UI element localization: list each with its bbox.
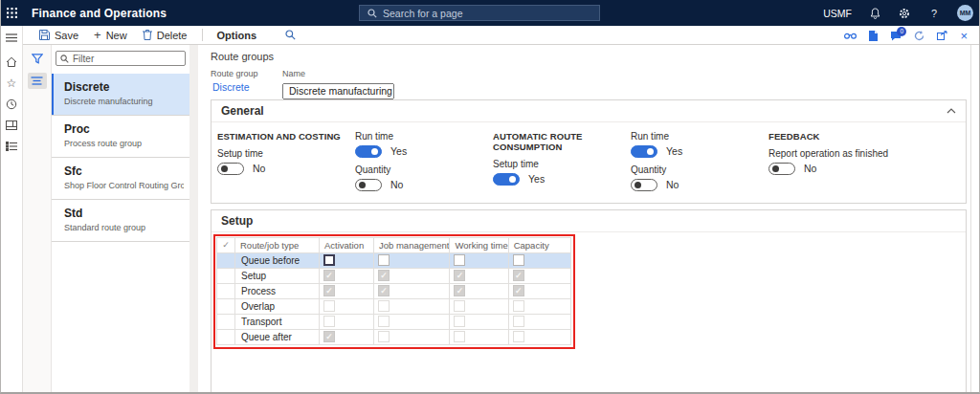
quantity-toggle[interactable]: [355, 179, 382, 191]
row-label[interactable]: Setup: [235, 268, 320, 283]
group-heading: ESTIMATION AND COSTING: [217, 131, 355, 142]
favorites-star-icon[interactable]: ☆: [5, 76, 19, 90]
cell-process-job-management: ✓: [374, 283, 450, 298]
row-selector[interactable]: [217, 314, 235, 329]
route-group-item-proc[interactable]: ProcProcess route group: [52, 116, 189, 158]
quantity-toggle[interactable]: [631, 179, 657, 191]
row-label[interactable]: Queue before: [235, 252, 320, 268]
app-window: Finance and Operations Search for a page…: [0, 0, 980, 394]
route-group-item-discrete[interactable]: DiscreteDiscrete manufacturing: [52, 74, 189, 116]
plus-icon: +: [94, 28, 101, 42]
setup-time-toggle[interactable]: [217, 163, 244, 175]
topbar-right: USMF ? MM: [823, 0, 973, 26]
setup-section-title: Setup: [221, 214, 253, 228]
bell-icon[interactable]: [868, 7, 881, 20]
filter-funnel-icon[interactable]: [28, 51, 47, 67]
run-time-toggle[interactable]: [355, 145, 382, 158]
app-title[interactable]: Finance and Operations: [32, 7, 167, 20]
route-group-item-sfc[interactable]: SfcShop Floor Control Routing Group: [52, 158, 189, 200]
office-document-icon[interactable]: [869, 31, 878, 41]
list-view-icon[interactable]: [28, 73, 47, 89]
panel-divider: [189, 45, 198, 392]
column-header-working-time[interactable]: Working time: [450, 237, 508, 252]
new-button[interactable]: + New: [94, 28, 127, 42]
close-icon[interactable]: ×: [960, 30, 968, 42]
group-heading: FEEDBACK: [768, 131, 956, 142]
nav-rail: ☆: [1, 26, 23, 392]
toggle-label-setup-time: Setup time: [217, 148, 355, 159]
filter-input[interactable]: [73, 54, 168, 64]
general-group-estimation-and-costing: ESTIMATION AND COSTINGSetup timeNo: [217, 129, 355, 191]
open-in-new-window-icon[interactable]: [937, 31, 947, 40]
route-group-list: DiscreteDiscrete manufacturingProcProces…: [52, 74, 189, 242]
chevron-up-icon[interactable]: [947, 108, 956, 114]
toggle-row: Yes: [355, 145, 493, 158]
checkbox-overlap-capacity: [513, 300, 524, 312]
row-label[interactable]: Process: [235, 283, 320, 298]
setup-section: Setup ✓Route/job typeActivationJob manag…: [211, 209, 967, 393]
modules-list-icon[interactable]: [5, 139, 19, 153]
setup-time-toggle[interactable]: [493, 173, 520, 186]
messages-icon[interactable]: 0: [890, 31, 902, 41]
refresh-icon[interactable]: [914, 31, 924, 41]
toggle-value: No: [253, 163, 265, 174]
cell-overlap-job-management: [374, 298, 450, 314]
checkbox-queue-before-job-management[interactable]: [378, 254, 390, 266]
cell-queue-before-job-management: [374, 252, 450, 268]
column-header-capacity[interactable]: Capacity: [508, 237, 570, 252]
toggle-knob: [359, 182, 366, 188]
general-section-body: ESTIMATION AND COSTINGSetup timeNoRun ti…: [212, 122, 966, 203]
top-search[interactable]: Search for a page: [359, 5, 600, 21]
recent-clock-icon[interactable]: [5, 97, 19, 111]
toggle-value: No: [804, 163, 816, 174]
row-selector[interactable]: [217, 329, 235, 344]
route-group-item-std[interactable]: StdStandard route group: [52, 200, 189, 242]
cell-overlap-working-time: [450, 298, 508, 314]
row-label[interactable]: Queue after: [235, 329, 320, 344]
save-button[interactable]: Save: [39, 30, 78, 41]
select-all-check-icon[interactable]: ✓: [217, 237, 235, 252]
column-header-activation[interactable]: Activation: [320, 237, 374, 252]
checkbox-queue-before-capacity[interactable]: [513, 254, 524, 266]
general-section-header[interactable]: General: [212, 100, 966, 122]
command-search-icon[interactable]: [285, 30, 296, 40]
delete-button[interactable]: Delete: [143, 30, 188, 41]
toggle-label-run-time: Run time: [355, 131, 493, 142]
row-label[interactable]: Overlap: [235, 298, 320, 314]
column-header-route-job-type[interactable]: Route/job type: [235, 237, 320, 252]
checkbox-queue-before-activation[interactable]: [323, 254, 335, 266]
cell-setup-working-time: ✓: [450, 268, 508, 283]
report-operation-as-finished-toggle[interactable]: [768, 163, 795, 175]
checkbox-queue-before-working-time[interactable]: [454, 254, 465, 266]
row-selector[interactable]: [217, 252, 235, 268]
checkbox-transport-working-time: [454, 316, 465, 327]
column-header-job-management[interactable]: Job management: [374, 237, 450, 252]
cell-queue-after-activation: ✓: [320, 329, 374, 344]
row-selector[interactable]: [217, 298, 235, 314]
glasses-icon[interactable]: [844, 33, 857, 39]
vertical-scrollbar[interactable]: [970, 45, 979, 392]
run-time-toggle[interactable]: [631, 145, 657, 158]
row-selector[interactable]: [217, 268, 235, 283]
hamburger-menu-icon[interactable]: [5, 31, 19, 45]
checkbox-setup-job-management: ✓: [378, 270, 390, 281]
app-launcher-icon[interactable]: [1, 0, 23, 26]
setup-section-header[interactable]: Setup: [212, 210, 966, 232]
home-icon[interactable]: [5, 55, 19, 69]
options-button[interactable]: Options: [216, 30, 256, 41]
grid-row-queue-after: Queue after✓: [217, 329, 571, 344]
help-icon[interactable]: ?: [927, 7, 941, 20]
name-field[interactable]: [282, 83, 394, 99]
toggle-label-quantity: Quantity: [355, 164, 493, 175]
settings-gear-icon[interactable]: [898, 7, 911, 20]
row-selector[interactable]: [217, 283, 235, 298]
avatar[interactable]: MM: [957, 5, 973, 21]
route-group-item-subtitle: Discrete manufacturing: [64, 97, 184, 106]
cell-queue-before-activation: [320, 252, 374, 268]
row-label[interactable]: Transport: [235, 314, 320, 329]
cell-setup-activation: ✓: [320, 268, 374, 283]
route-group-link[interactable]: Discrete: [211, 81, 271, 93]
company-selector[interactable]: USMF: [823, 8, 852, 19]
checkbox-overlap-job-management: [378, 300, 390, 312]
workspaces-icon[interactable]: [5, 118, 19, 132]
